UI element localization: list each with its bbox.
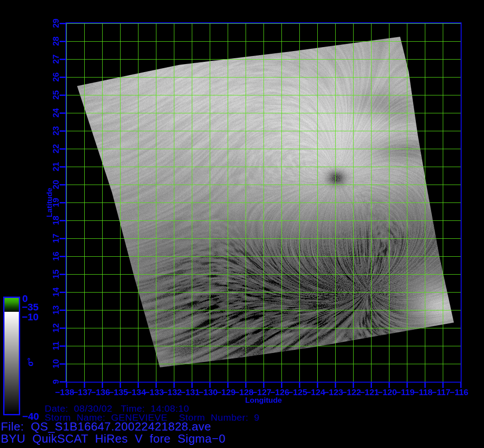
lat-tick	[60, 95, 66, 96]
date-time-line: Date: 08/30/02 Time: 14:08:10	[45, 404, 189, 413]
file-name-line: File: QS_S1B16647.20022421828.ave	[1, 421, 211, 432]
lat-tick	[60, 59, 66, 60]
lon-tick-label: −117	[432, 388, 450, 396]
colorbar-sigma-unit-label: σ°	[26, 358, 35, 366]
lon-tick-label: −120	[378, 388, 397, 396]
lon-tick-label: −128	[234, 388, 254, 396]
lat-tick-label: 15	[52, 269, 60, 279]
lat-tick-label: 11	[52, 341, 60, 350]
lat-tick-label: 24	[52, 108, 60, 117]
lon-tick-label: −129	[216, 388, 236, 396]
colorbar	[3, 297, 20, 415]
lat-tick	[60, 130, 66, 132]
lat-tick	[60, 184, 66, 185]
lon-tick-label: −118	[414, 388, 432, 396]
lon-tick-label: −135	[109, 388, 128, 396]
lat-tick-label: 13	[52, 305, 60, 314]
lon-tick-label: −137	[73, 388, 92, 396]
colorbar-green-segment	[4, 298, 19, 312]
product-title-line: BYU QuikSCAT HiRes V fore Sigma−0	[1, 433, 225, 444]
lon-tick-label: −126	[270, 388, 290, 396]
lon-tick-label: −121	[360, 388, 379, 396]
lat-tick-label: 21	[52, 162, 60, 171]
lon-tick-label: −134	[127, 388, 146, 396]
lat-tick-label: 25	[52, 90, 60, 99]
lon-tick-label: −130	[199, 388, 218, 396]
sigma0-swath-image	[66, 23, 461, 382]
lat-tick-label: 10	[52, 359, 60, 368]
lat-tick	[60, 256, 66, 257]
lon-tick-label: −136	[91, 388, 110, 396]
lat-tick	[60, 363, 66, 365]
lat-tick-label: 12	[52, 323, 60, 332]
colorbar-label-minus35: −35	[22, 302, 39, 312]
lon-tick-label: −125	[288, 388, 307, 396]
colorbar-gray-gradient	[4, 312, 19, 414]
lat-tick	[60, 112, 66, 114]
lon-tick-label: −123	[324, 388, 343, 396]
lat-tick	[60, 274, 66, 275]
lat-tick	[60, 77, 66, 78]
lon-tick-label: −122	[342, 388, 361, 396]
lat-tick	[60, 381, 66, 383]
colorbar-label-minus10: −10	[22, 312, 39, 322]
lat-tick-label: 28	[52, 36, 60, 46]
lat-tick-label: 27	[52, 54, 60, 64]
lat-tick	[60, 148, 66, 150]
lat-tick	[60, 310, 66, 311]
lat-tick	[60, 41, 66, 42]
lat-tick-label: 16	[52, 251, 60, 261]
latitude-axis-title: Latitude	[46, 188, 53, 217]
lat-tick-label: 29	[52, 18, 60, 28]
lat-tick	[60, 166, 66, 168]
lat-tick	[60, 238, 66, 239]
lat-tick	[60, 220, 66, 221]
lon-tick-label: −131	[181, 388, 200, 396]
quikscat-sigma0-screenshot: 2928272625242322212019181716151413121110…	[0, 0, 484, 448]
lat-tick	[60, 327, 66, 329]
lon-tick-label: −124	[306, 388, 325, 396]
lon-tick-label: −119	[396, 388, 415, 396]
lon-tick-label: −138	[55, 388, 74, 396]
lon-tick-label: −133	[145, 388, 164, 396]
lat-tick	[60, 292, 66, 293]
lon-tick-label: −127	[252, 388, 272, 396]
lat-tick	[60, 345, 66, 347]
lon-tick-label: −132	[163, 388, 182, 396]
lat-tick-label: 17	[52, 233, 60, 243]
lat-tick-label: 22	[52, 144, 60, 153]
longitude-axis-title: Longitude	[245, 396, 282, 404]
lat-tick	[60, 202, 66, 203]
lat-tick-label: 26	[52, 72, 60, 82]
lat-tick	[60, 23, 66, 24]
lat-tick-label: 9	[52, 379, 60, 384]
lat-tick-label: 23	[52, 126, 60, 135]
lat-tick-label: 14	[52, 287, 60, 297]
lon-tick-label: −116	[449, 388, 468, 396]
